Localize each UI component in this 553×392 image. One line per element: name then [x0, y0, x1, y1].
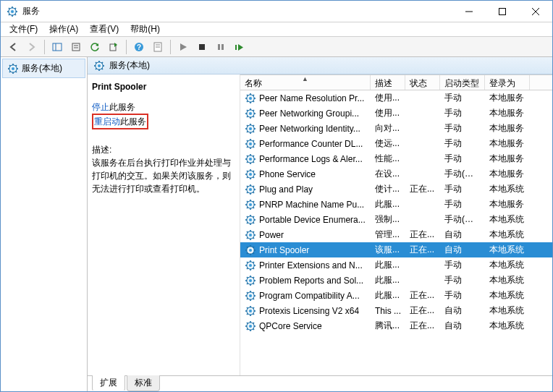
col-startup[interactable]: 启动类型: [440, 75, 485, 90]
service-startup: 自动: [440, 320, 485, 332]
gear-icon: [245, 320, 256, 332]
service-desc: This ...: [371, 306, 405, 316]
service-name: Power: [259, 230, 284, 240]
play-icon: [179, 43, 187, 51]
service-desc: 性能...: [371, 153, 405, 165]
gear-icon: [245, 93, 256, 104]
table-row[interactable]: Performance Logs & Aler...性能...手动本地服务: [240, 151, 552, 166]
tab-extended[interactable]: 扩展: [92, 375, 125, 391]
service-startup: 手动: [440, 183, 485, 195]
service-desc: 此服...: [371, 198, 405, 210]
service-desc: 此服...: [371, 259, 405, 271]
table-row[interactable]: Peer Networking Identity...向对...手动本地服务: [240, 121, 552, 136]
service-name: Print Spooler: [259, 245, 309, 255]
table-row[interactable]: Program Compatibility A...此服...正在...手动本地…: [240, 288, 552, 303]
service-desc: 使计...: [371, 183, 405, 195]
service-status: 正在...: [405, 320, 440, 332]
col-name[interactable]: 名称▲: [240, 75, 371, 90]
table-row[interactable]: Portable Device Enumera...强制...手动(触发...本…: [240, 212, 552, 227]
detail-pane: Print Spooler 停止此服务 重启动此服务 描述: 该服务在后台执行打…: [88, 74, 240, 375]
stop-service-button[interactable]: [193, 38, 211, 56]
col-status[interactable]: 状态: [405, 75, 440, 90]
table-row[interactable]: Phone Service在设...手动(触发...本地服务: [240, 166, 552, 182]
menu-action[interactable]: 操作(A): [43, 22, 84, 37]
service-logon: 本地服务: [485, 107, 530, 119]
table-row[interactable]: PNRP Machine Name Pu...此服...手动本地服务: [240, 197, 552, 212]
service-status: 正在...: [405, 289, 440, 302]
column-headers: 名称▲ 描述 状态 启动类型 登录为: [240, 74, 552, 90]
description-label: 描述:: [92, 144, 232, 156]
minimize-button[interactable]: [452, 1, 486, 22]
properties-button[interactable]: [67, 38, 85, 56]
service-name: QPCore Service: [259, 321, 322, 331]
close-button[interactable]: [519, 1, 552, 22]
restart-link[interactable]: 重启动: [94, 116, 120, 127]
app-icon: [7, 6, 18, 17]
stop-suffix: 此服务: [109, 102, 135, 112]
col-logon[interactable]: 登录为: [485, 75, 530, 90]
svg-rect-28: [235, 45, 237, 50]
service-startup: 手动: [440, 153, 485, 165]
stop-link[interactable]: 停止: [92, 102, 109, 112]
service-desc: 该服...: [371, 244, 405, 256]
window-title: 服务: [22, 5, 40, 17]
help-button[interactable]: ?: [130, 38, 148, 56]
back-button[interactable]: [4, 38, 22, 56]
service-logon: 本地服务: [485, 153, 530, 165]
tree-root-services[interactable]: 服务(本地): [2, 59, 85, 78]
menu-view[interactable]: 查看(V): [84, 22, 124, 37]
service-desc: 腾讯...: [371, 320, 405, 332]
export-button[interactable]: [105, 38, 122, 56]
right-pane-header: 服务(本地): [88, 57, 552, 74]
maximize-button[interactable]: [486, 1, 519, 22]
gear-icon: [245, 244, 256, 256]
gear-icon: [245, 108, 256, 119]
service-rows[interactable]: Peer Name Resolution Pr...使用...手动本地服务Pee…: [240, 90, 552, 375]
svg-rect-14: [53, 43, 62, 51]
sort-asc-icon: ▲: [302, 75, 308, 82]
service-name: Peer Networking Identity...: [259, 124, 360, 134]
minimize-icon: [465, 8, 473, 15]
col-desc[interactable]: 描述: [371, 75, 405, 90]
service-logon: 本地服务: [485, 168, 530, 180]
table-row[interactable]: Peer Networking Groupi...使用...手动本地服务: [240, 106, 552, 121]
menu-bar: 文件(F) 操作(A) 查看(V) 帮助(H): [1, 22, 552, 37]
table-row[interactable]: Power管理...正在...自动本地系统: [240, 227, 552, 242]
table-row[interactable]: Printer Extensions and N...此服...手动本地系统: [240, 257, 552, 273]
table-row[interactable]: Peer Name Resolution Pr...使用...手动本地服务: [240, 90, 552, 106]
service-startup: 手动: [440, 92, 485, 104]
tab-standard[interactable]: 标准: [127, 375, 160, 391]
service-startup: 手动: [440, 107, 485, 119]
service-desc: 使远...: [371, 137, 405, 150]
services-list: 名称▲ 描述 状态 启动类型 登录为 Peer Name Resolution …: [240, 74, 552, 375]
start-service-button[interactable]: [174, 38, 192, 56]
refresh-icon: [90, 42, 100, 52]
refresh-button[interactable]: [86, 38, 104, 56]
service-startup: 手动: [440, 259, 485, 271]
show-hide-pane-button[interactable]: [48, 38, 66, 56]
table-row[interactable]: Performance Counter DL...使远...手动本地服务: [240, 136, 552, 151]
restart-icon: [235, 43, 245, 51]
table-row[interactable]: QPCore Service腾讯...正在...自动本地系统: [240, 318, 552, 333]
table-row[interactable]: Protexis Licensing V2 x64This ...正在...自动…: [240, 303, 552, 318]
service-logon: 本地系统: [485, 229, 530, 241]
service-logon: 本地系统: [485, 183, 530, 195]
forward-button[interactable]: [23, 38, 41, 56]
service-name: Problem Reports and Sol...: [259, 276, 363, 286]
service-logon: 本地服务: [485, 198, 530, 210]
svg-text:?: ?: [137, 43, 141, 51]
service-desc: 强制...: [371, 213, 405, 226]
restart-service-button[interactable]: [231, 38, 248, 56]
service-logon: 本地系统: [485, 274, 530, 286]
svg-rect-11: [499, 8, 506, 14]
table-row[interactable]: Print Spooler该服...正在...自动本地系统: [240, 242, 552, 257]
table-row[interactable]: Plug and Play使计...正在...手动本地系统: [240, 182, 552, 197]
menu-file[interactable]: 文件(F): [4, 22, 43, 37]
properties2-button[interactable]: [149, 38, 166, 56]
right-pane-title: 服务(本地): [109, 59, 150, 72]
table-row[interactable]: Problem Reports and Sol...此服...手动本地系统: [240, 273, 552, 288]
service-logon: 本地系统: [485, 259, 530, 271]
export-icon: [109, 42, 119, 52]
menu-help[interactable]: 帮助(H): [124, 22, 166, 37]
pause-service-button[interactable]: [212, 38, 229, 56]
